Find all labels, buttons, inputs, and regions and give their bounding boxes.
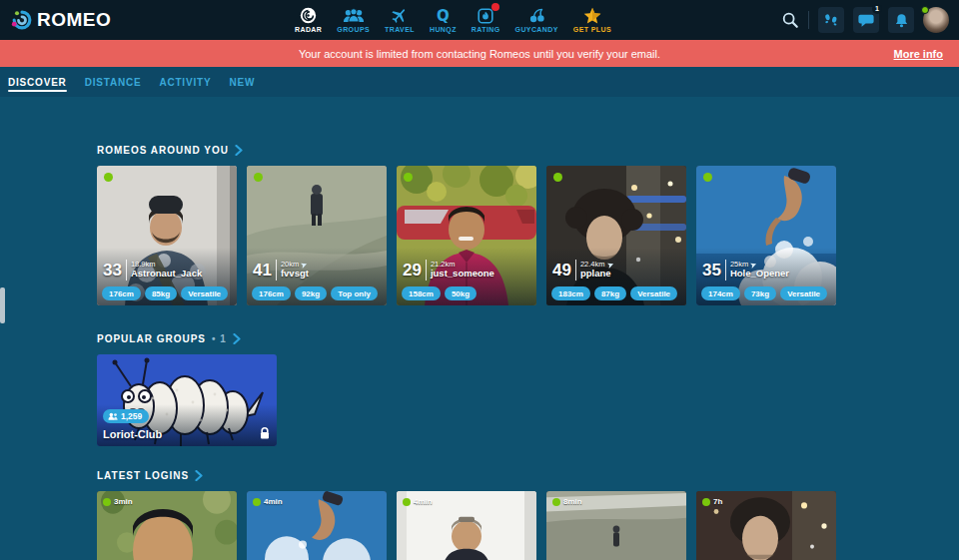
profile-tags: 183cm 87kg Versatile bbox=[551, 286, 677, 300]
main-nav: RADAR GROUPS bbox=[295, 0, 611, 40]
nav-item-groups[interactable]: GROUPS bbox=[337, 7, 370, 33]
nav-item-guycandy[interactable]: GUYCANDY bbox=[515, 7, 558, 33]
online-indicator bbox=[104, 173, 113, 182]
profile-tags: 158cm 50kg bbox=[402, 286, 477, 300]
divider bbox=[575, 260, 576, 280]
profile-photo bbox=[97, 166, 237, 305]
last-login-time: 7h bbox=[702, 497, 722, 506]
bell-icon bbox=[894, 13, 909, 28]
last-login-time: 3min bbox=[103, 497, 133, 506]
latest-logins-row: 3min bbox=[97, 491, 959, 560]
login-card[interactable]: 8min bbox=[546, 491, 686, 560]
age: 29 bbox=[403, 261, 422, 280]
popular-groups-section: POPULAR GROUPS • 1 bbox=[97, 333, 959, 446]
messages-badge: 1 bbox=[872, 4, 882, 14]
profile-tags: 176cm 92kg Top only bbox=[252, 286, 378, 300]
profile-avatar-button[interactable] bbox=[923, 7, 949, 33]
profile-info: 35 25km Hole_Opener bbox=[702, 260, 789, 280]
romeo-logo[interactable]: ROMEO bbox=[10, 8, 111, 32]
last-login-time: 4min bbox=[253, 497, 283, 506]
username: fvvsgt bbox=[281, 269, 309, 280]
more-info-link[interactable]: More info bbox=[894, 48, 944, 60]
tab-discover[interactable]: DISCOVER bbox=[8, 67, 67, 97]
scrollbar-thumb[interactable] bbox=[0, 287, 5, 323]
tab-activity[interactable]: ACTIVITY bbox=[159, 67, 211, 97]
section-popular-groups[interactable]: POPULAR GROUPS • 1 bbox=[97, 333, 959, 344]
username: just_someone bbox=[431, 269, 494, 280]
profile-card-astronaut-jack[interactable]: 33 18.9km Astronaut_Jack 176cm 85kg Vers… bbox=[97, 166, 237, 305]
chat-bubble-icon bbox=[858, 12, 874, 28]
section-romeos-around-you[interactable]: ROMEOS AROUND YOU bbox=[97, 145, 959, 156]
online-indicator bbox=[703, 173, 712, 182]
tag-position: Versatile bbox=[630, 286, 677, 300]
divider bbox=[725, 260, 726, 280]
profile-photo bbox=[247, 166, 387, 305]
profile-card-just-someone[interactable]: 29 21.2km just_someone 158cm 50kg bbox=[397, 166, 536, 305]
chevron-right-icon bbox=[235, 145, 243, 156]
tab-bar: DISCOVER DISTANCE ACTIVITY NEW bbox=[0, 67, 959, 97]
online-indicator bbox=[921, 6, 929, 14]
radar-icon bbox=[300, 7, 317, 24]
messages-button[interactable]: 1 bbox=[853, 7, 879, 33]
login-card[interactable]: 7h bbox=[696, 491, 836, 560]
tag-weight: 73kg bbox=[744, 286, 776, 300]
chevron-right-icon bbox=[195, 470, 203, 481]
username: Hole_Opener bbox=[730, 269, 789, 280]
tag-height: 174cm bbox=[701, 286, 740, 300]
nav-item-rating[interactable]: RATING bbox=[472, 7, 500, 33]
search-icon[interactable] bbox=[781, 11, 799, 29]
nav-item-travel[interactable]: TRAVEL bbox=[385, 7, 415, 33]
tag-position: Versatile bbox=[780, 286, 827, 300]
profile-tags: 176cm 85kg Versatile bbox=[102, 286, 228, 300]
username: pplane bbox=[580, 269, 614, 280]
profile-card-hole-opener[interactable]: 35 25km Hole_Opener 174cm 73kg Versatile bbox=[696, 166, 836, 305]
nav-item-hunqz[interactable]: Q HUNQZ bbox=[430, 7, 457, 33]
footprints-icon bbox=[823, 12, 839, 28]
groups-count: • 1 bbox=[212, 333, 227, 344]
age: 35 bbox=[702, 261, 721, 280]
notifications-button[interactable] bbox=[888, 7, 914, 33]
tag-weight: 87kg bbox=[594, 286, 626, 300]
nav-item-radar[interactable]: RADAR bbox=[295, 7, 322, 33]
navbar-right: 1 bbox=[781, 7, 949, 33]
star-icon bbox=[583, 7, 601, 24]
profile-info: 29 21.2km just_someone bbox=[403, 260, 494, 280]
romeos-row: 33 18.9km Astronaut_Jack 176cm 85kg Vers… bbox=[97, 166, 959, 305]
online-indicator bbox=[403, 498, 411, 506]
group-members-badge: 1,259 bbox=[103, 409, 149, 423]
brand-name: ROMEO bbox=[37, 9, 111, 31]
tag-weight: 85kg bbox=[145, 286, 177, 300]
username: Astronaut_Jack bbox=[131, 269, 202, 280]
profile-info: 49 22.4km pplane bbox=[552, 260, 614, 280]
profile-photo bbox=[397, 166, 536, 305]
section-latest-logins[interactable]: LATEST LOGINS bbox=[97, 470, 959, 481]
groups-icon bbox=[343, 7, 365, 24]
profile-card-fvvsgt[interactable]: 41 20km fvvsgt 176cm 92kg Top only bbox=[247, 166, 387, 305]
login-card[interactable]: 4min bbox=[397, 491, 536, 560]
profile-card-pplane[interactable]: 49 22.4km pplane 183cm 87kg Versatile bbox=[546, 166, 686, 305]
lock-icon bbox=[260, 427, 270, 439]
tag-position: Top only bbox=[331, 286, 378, 300]
login-card[interactable]: 3min bbox=[97, 491, 237, 560]
airplane-icon bbox=[391, 7, 408, 24]
rating-badge bbox=[491, 3, 499, 11]
tab-new[interactable]: NEW bbox=[229, 67, 255, 97]
email-verify-banner: Your account is limited from contacting … bbox=[0, 40, 959, 67]
footprints-button[interactable] bbox=[818, 7, 844, 33]
age: 49 bbox=[552, 261, 571, 280]
nav-item-get-plus[interactable]: GET PLUS bbox=[573, 7, 611, 33]
last-login-time: 4min bbox=[403, 497, 433, 506]
login-card[interactable]: 4min bbox=[247, 491, 387, 560]
hunqz-q-icon: Q bbox=[437, 7, 450, 24]
rating-flame-icon bbox=[478, 7, 493, 24]
group-card-loriot-club[interactable]: 1,259 Loriot-Club bbox=[97, 354, 277, 446]
tag-height: 183cm bbox=[551, 286, 590, 300]
online-indicator bbox=[404, 173, 413, 182]
divider bbox=[808, 11, 809, 29]
tab-distance[interactable]: DISTANCE bbox=[85, 67, 142, 97]
divider bbox=[276, 260, 277, 280]
members-icon bbox=[108, 412, 118, 420]
age: 41 bbox=[253, 261, 272, 280]
divider bbox=[126, 260, 127, 280]
tag-height: 176cm bbox=[102, 286, 141, 300]
